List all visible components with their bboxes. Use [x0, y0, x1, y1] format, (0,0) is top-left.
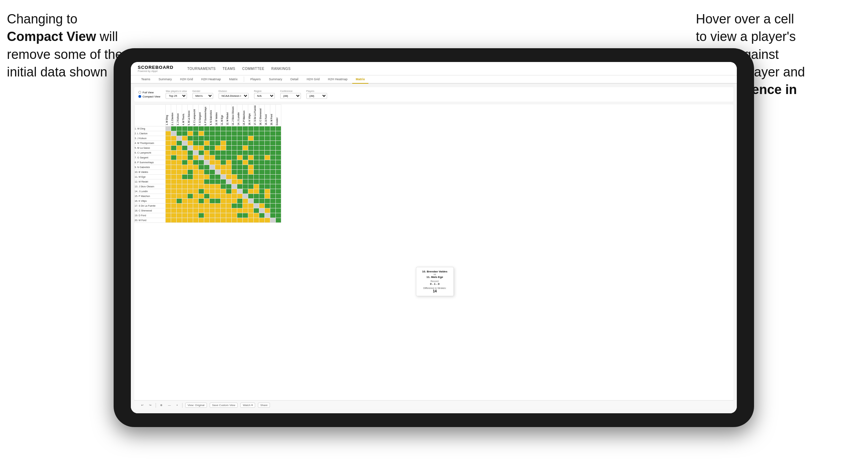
cell-17-11[interactable]	[221, 203, 226, 208]
cell-2-11[interactable]	[221, 131, 226, 136]
cell-17-18[interactable]	[259, 203, 265, 208]
cell-3-4[interactable]	[182, 136, 188, 141]
cell-3-13[interactable]	[232, 136, 237, 141]
cell-19-3[interactable]	[177, 213, 182, 218]
cell-15-15[interactable]	[243, 194, 248, 198]
cell-1-3[interactable]	[177, 126, 182, 131]
cell-8-18[interactable]	[259, 160, 265, 165]
cell-9-17[interactable]	[254, 165, 259, 169]
cell-8-13[interactable]	[232, 160, 237, 165]
cell-2-9[interactable]	[210, 131, 215, 136]
cell-19-4[interactable]	[182, 213, 188, 218]
cell-5-11[interactable]	[221, 145, 226, 150]
cell-13-1[interactable]	[166, 184, 171, 189]
cell-18-6[interactable]	[193, 208, 199, 213]
cell-5-8[interactable]	[204, 145, 210, 150]
cell-9-1[interactable]	[166, 165, 171, 169]
cell-16-5[interactable]	[188, 198, 193, 203]
cell-8-8[interactable]	[204, 160, 210, 165]
cell-5-17[interactable]	[254, 145, 259, 150]
cell-10-1[interactable]	[166, 169, 171, 174]
cell-2-3[interactable]	[177, 131, 182, 136]
cell-19-1[interactable]	[166, 213, 171, 218]
cell-17-1[interactable]	[166, 203, 171, 208]
zoom-out-button[interactable]: —	[167, 403, 172, 407]
cell-1-10[interactable]	[215, 126, 221, 131]
cell-20-14[interactable]	[237, 218, 243, 222]
cell-12-12[interactable]	[226, 179, 232, 184]
cell-7-13[interactable]	[232, 155, 237, 160]
cell-9-11[interactable]	[221, 165, 226, 169]
cell-7-5[interactable]	[188, 155, 193, 160]
cell-7-17[interactable]	[254, 155, 259, 160]
cell-13-13[interactable]	[232, 184, 237, 189]
cell-8-11[interactable]	[221, 160, 226, 165]
cell-10-15[interactable]	[243, 169, 248, 174]
cell-8-2[interactable]	[171, 160, 177, 165]
cell-15-3[interactable]	[177, 194, 182, 198]
cell-20-16[interactable]	[248, 218, 254, 222]
cell-10-10[interactable]	[215, 169, 221, 174]
cell-14-15[interactable]	[243, 189, 248, 194]
cell-17-4[interactable]	[182, 203, 188, 208]
cell-19-9[interactable]	[210, 213, 215, 218]
cell-6-14[interactable]	[237, 150, 243, 155]
cell-15-21[interactable]	[276, 194, 281, 198]
cell-13-11[interactable]	[221, 184, 226, 189]
cell-4-18[interactable]	[259, 141, 265, 145]
cell-19-5[interactable]	[188, 213, 193, 218]
cell-5-18[interactable]	[259, 145, 265, 150]
cell-7-14[interactable]	[237, 155, 243, 160]
cell-7-16[interactable]	[248, 155, 254, 160]
cell-17-19[interactable]	[265, 203, 270, 208]
cell-14-10[interactable]	[215, 189, 221, 194]
cell-10-12[interactable]	[226, 169, 232, 174]
cell-12-1[interactable]	[166, 179, 171, 184]
tab-summary-2[interactable]: Summary	[265, 75, 286, 84]
cell-5-13[interactable]	[232, 145, 237, 150]
cell-11-3[interactable]	[177, 174, 182, 179]
cell-18-20[interactable]	[270, 208, 276, 213]
cell-10-20[interactable]	[270, 169, 276, 174]
cell-11-2[interactable]	[171, 174, 177, 179]
cell-8-15[interactable]	[243, 160, 248, 165]
cell-12-18[interactable]	[259, 179, 265, 184]
cell-18-11[interactable]	[221, 208, 226, 213]
tab-h2h-heatmap[interactable]: H2H Heatmap	[198, 75, 224, 84]
cell-4-17[interactable]	[254, 141, 259, 145]
cell-13-20[interactable]	[270, 184, 276, 189]
radio-full-view[interactable]: Full View	[138, 91, 160, 94]
cell-9-6[interactable]	[193, 165, 199, 169]
cell-3-20[interactable]	[270, 136, 276, 141]
cell-14-17[interactable]	[254, 189, 259, 194]
cell-9-5[interactable]	[188, 165, 193, 169]
cell-11-21[interactable]	[276, 174, 281, 179]
filter-division-select[interactable]: NCAA Division I	[219, 93, 249, 99]
cell-13-18[interactable]	[259, 184, 265, 189]
cell-1-12[interactable]	[226, 126, 232, 131]
cell-6-21[interactable]	[276, 150, 281, 155]
cell-18-17[interactable]	[254, 208, 259, 213]
cell-12-5[interactable]	[188, 179, 193, 184]
cell-8-1[interactable]	[166, 160, 171, 165]
cell-12-13[interactable]	[232, 179, 237, 184]
cell-10-17[interactable]	[254, 169, 259, 174]
cell-5-6[interactable]	[193, 145, 199, 150]
cell-9-20[interactable]	[270, 165, 276, 169]
cell-12-10[interactable]	[215, 179, 221, 184]
cell-15-10[interactable]	[215, 194, 221, 198]
cell-20-5[interactable]	[188, 218, 193, 222]
cell-4-1[interactable]	[166, 141, 171, 145]
cell-17-2[interactable]	[171, 203, 177, 208]
cell-7-15[interactable]	[243, 155, 248, 160]
cell-2-14[interactable]	[237, 131, 243, 136]
cell-4-15[interactable]	[243, 141, 248, 145]
cell-2-7[interactable]	[199, 131, 204, 136]
cell-2-17[interactable]	[254, 131, 259, 136]
cell-2-20[interactable]	[270, 131, 276, 136]
cell-19-11[interactable]	[221, 213, 226, 218]
cell-2-2[interactable]	[171, 131, 177, 136]
cell-3-15[interactable]	[243, 136, 248, 141]
cell-14-13[interactable]	[232, 189, 237, 194]
cell-3-11[interactable]	[221, 136, 226, 141]
